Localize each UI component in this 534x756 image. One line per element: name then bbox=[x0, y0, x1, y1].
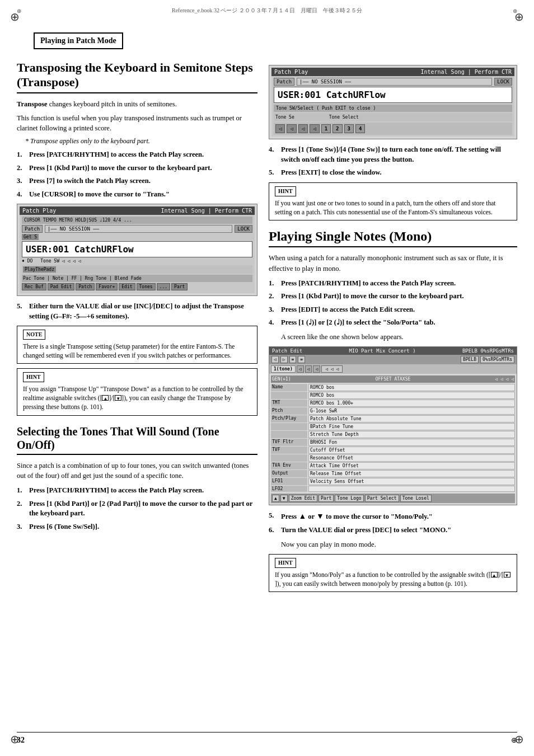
transpose-intro-text: changes keyboard pitch in units of semit… bbox=[48, 100, 177, 108]
tone-steps: 1. Press [PATCH/RHYTHM] to access the Pa… bbox=[17, 486, 257, 532]
page-footer: 32 ⊕ bbox=[17, 732, 517, 745]
pe-group-header: GEN(+1) OFFSET ATAXSE ◁ ◁ ◁ ◁ bbox=[271, 375, 515, 383]
pe-value: ROMCO bos bbox=[308, 392, 515, 399]
step-item: 3. Press [6 (Tone Sw/Sel)]. bbox=[17, 522, 257, 532]
tone-btn: ◁ bbox=[275, 124, 285, 133]
screen-btn: Rec Buf bbox=[22, 283, 46, 290]
step-text: Press [1 (Kbd Part)] to move the cursor … bbox=[281, 292, 517, 302]
screen-row: Patch |—— NO SESSION —— LOCK bbox=[274, 78, 512, 86]
top-header: ⊕ Reference_e.book 32 ページ ２００３年７月１４日 月曜日… bbox=[0, 0, 534, 15]
pe-value: Release Time Offset bbox=[308, 470, 515, 477]
tone-buttons-row: ◁ ◁ ◁ ◁ 1 2 3 4 bbox=[274, 123, 512, 135]
file-info: Reference_e.book 32 ページ ２００３年７月１４日 月曜日 午… bbox=[172, 7, 362, 15]
tone-steps-after-screen: 4. Press [1 (Tone Sw)]/[4 (Tone Sw)] to … bbox=[269, 145, 517, 178]
pe-btn-down[interactable]: ▼ bbox=[280, 495, 288, 502]
pe-value: Resonance Offset bbox=[308, 454, 515, 462]
step-num: 1. bbox=[17, 486, 27, 496]
pe-label: LFO1 bbox=[271, 478, 307, 485]
step-num-5: 5. bbox=[17, 302, 27, 321]
step-text-4: Press [1 (Tone Sw)]/[4 (Tone Sw)] to tur… bbox=[281, 145, 517, 165]
page-number: 32 bbox=[17, 736, 25, 745]
hint-box-2: HINT If you want just one or two tones t… bbox=[269, 182, 517, 220]
pe-row: LFO1 Velocity Sens Offset bbox=[271, 478, 515, 485]
step-item-6m: 6. Turn the VALUE dial or press [DEC] to… bbox=[269, 525, 517, 536]
step-item-5m: 5. Press ▲ or ▼ to move the cursor to "M… bbox=[269, 511, 517, 522]
step-item-4: 4. Press [1 (Tone Sw)]/[4 (Tone Sw)] to … bbox=[269, 145, 517, 165]
step-text-5r: Press [EXIT] to close the window. bbox=[281, 168, 517, 178]
pe-btn-up[interactable]: ▲ bbox=[272, 495, 279, 502]
pe-btn: ◁ bbox=[271, 356, 279, 363]
pe-tab-arr: ◁ bbox=[297, 365, 304, 373]
tone-se: Tone Se bbox=[275, 115, 294, 120]
transpose-body1: This function is useful when you play tr… bbox=[17, 113, 257, 134]
pe-title-right: BPELB 0%sRPGsMTRs bbox=[462, 348, 514, 354]
step-text: Press [1 (♩)] or [2 (♩)] to select the "… bbox=[281, 318, 517, 328]
screen-body: CURSOR TEMPO METRO HOLD|SUS ♩120 4/4 ...… bbox=[20, 215, 255, 293]
pe-title-mid: MIO Part Mix Concert ) bbox=[349, 348, 415, 354]
playing-patch: PlayThePadz bbox=[23, 266, 56, 273]
hint-box-transpose: HINT If you assign "Transpose Up" "Trans… bbox=[17, 368, 257, 415]
step-item: 2. Press [1 (Kbd Part)] to move the curs… bbox=[17, 163, 257, 173]
pe-btn-part-select[interactable]: Part Select bbox=[365, 495, 399, 502]
bottom-labels: Pac Tone | Note | FF | Rng Tone | Blend … bbox=[23, 276, 142, 281]
reg-mark-tr: ⊕ bbox=[514, 10, 524, 24]
pe-row: TMT ROMCO bos 1.000+ bbox=[271, 400, 515, 407]
pe-title: Patch Edit MIO Part Mix Concert ) BPELB … bbox=[269, 347, 517, 355]
step-item: 1. Press [PATCH/RHYTHM] to access the Pa… bbox=[17, 486, 257, 496]
pe-btn: ▷ bbox=[280, 356, 288, 363]
screen-controls: CURSOR TEMPO METRO HOLD|SUS ♩120 4/4 ... bbox=[24, 218, 132, 223]
step-item: 1. Press [PATCH/RHYTHM] to access the Pa… bbox=[269, 279, 517, 289]
pe-btn-part[interactable]: Part bbox=[318, 495, 334, 502]
step-num: 1. bbox=[17, 150, 27, 160]
get-s: Get S bbox=[22, 234, 39, 240]
pe-value: Patch Absolute Tune bbox=[308, 415, 515, 422]
step-num-5m: 5. bbox=[269, 511, 279, 522]
screen-row: PlayThePadz bbox=[22, 265, 252, 274]
pe-btn-zoom[interactable]: Zoom Edit bbox=[289, 495, 317, 502]
tone-select-label: Tone Select bbox=[329, 115, 359, 120]
pe-title-text: Patch Edit bbox=[272, 348, 302, 354]
step-num: 1. bbox=[269, 279, 279, 289]
session-bar: |—— NO SESSION —— bbox=[297, 78, 492, 86]
step-num: 3. bbox=[17, 522, 27, 532]
step-item: 2. Press [1 (Kbd Part)] to move the curs… bbox=[269, 292, 517, 302]
pe-btn: ≡ bbox=[289, 356, 297, 363]
hint-text: If you assign "Transpose Up" "Transpose … bbox=[23, 384, 251, 411]
pe-tab-arr: ◁ bbox=[313, 365, 320, 373]
step-item: 4. Press [1 (♩)] or [2 (♩)] to select th… bbox=[269, 318, 517, 328]
pe-label: Ptch bbox=[271, 407, 307, 415]
pe-value: G-1ose SwR bbox=[308, 407, 515, 415]
tone-sw-select-bar: Tone SW/Select ( Push EXIT to close ) bbox=[274, 105, 512, 112]
section-header-text: Playing in Patch Mode bbox=[40, 36, 116, 45]
pe-body: GEN(+1) OFFSET ATAXSE ◁ ◁ ◁ ◁ Name ROMCO… bbox=[269, 374, 517, 505]
step-text: Press [7] to switch the Patch Play scree… bbox=[29, 176, 257, 186]
screen-btn: Patch bbox=[76, 283, 95, 290]
hint-text-2: If you want just one or two tones to sou… bbox=[275, 199, 511, 217]
patch-label-2: Patch bbox=[274, 78, 294, 86]
tone-btn: ◁ bbox=[298, 124, 308, 133]
step-text: Press [6 (Tone Sw/Sel)]. bbox=[29, 522, 257, 532]
note-box-transpose: NOTE There is a single Transpose setting… bbox=[17, 326, 257, 364]
section-mono: Playing Single Notes (Mono) When using a… bbox=[269, 228, 517, 593]
tone-sw-label: Tone SW ◁ ◁ ◁ ◁ bbox=[40, 259, 81, 264]
hint-box-3: HINT If you assign "Mono/Poly" as a func… bbox=[269, 554, 517, 592]
pe-btn-tone-losel[interactable]: Tone Losel bbox=[400, 495, 432, 502]
pe-btn-tone[interactable]: Tone Logo bbox=[335, 495, 363, 502]
patch-label: Patch bbox=[22, 225, 43, 233]
screen-title-2: Patch Play bbox=[274, 69, 308, 75]
footer-right: ⊕ bbox=[511, 736, 517, 745]
tone-btn-2: 2 bbox=[332, 124, 342, 133]
pe-label: Output bbox=[271, 470, 307, 477]
tone-btn-3: 3 bbox=[344, 124, 354, 133]
step-text-6m: Turn the VALUE dial or press [DEC] to se… bbox=[281, 525, 517, 536]
step-text: Press [EDIT] to access the Patch Edit sc… bbox=[281, 305, 517, 315]
section-transpose: Transposing the Keyboard in Semitone Ste… bbox=[17, 60, 257, 416]
screen-title-right: Internal Song | Perform CTR bbox=[161, 208, 252, 214]
pe-tab-arr: ◁ bbox=[305, 365, 312, 373]
hint-label: HINT bbox=[23, 372, 44, 382]
step-num: 4. bbox=[269, 318, 279, 328]
screen-big-text-2: USER:001 CatchURFlow bbox=[274, 87, 512, 103]
pe-offset-label: OFFSET ATAXSE bbox=[376, 377, 411, 382]
screen-btn: Favor+ bbox=[96, 283, 118, 290]
transpose-steps: 1. Press [PATCH/RHYTHM] to access the Pa… bbox=[17, 150, 257, 199]
